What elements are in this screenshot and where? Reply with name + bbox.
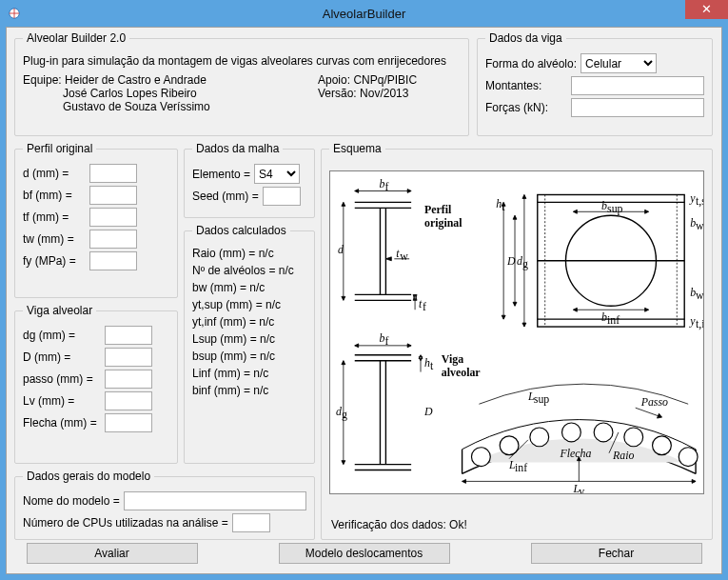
forma-select[interactable]: Celular — [580, 53, 657, 73]
svg-text:t,sup: t,sup — [696, 194, 703, 208]
versao-value: Nov/2013 — [360, 87, 408, 100]
modelo-button[interactable]: Modelo deslocamentos — [279, 543, 450, 564]
svg-text:t: t — [430, 359, 434, 372]
tf-label: tf (mm) = — [23, 210, 86, 224]
forcas-input[interactable] — [571, 98, 704, 117]
dados-gerais-legend: Dados gerais do modelo — [23, 470, 154, 483]
versao-label: Versão: — [318, 87, 357, 100]
d-input[interactable] — [89, 164, 137, 183]
esquema-group: Esquema — [321, 142, 713, 540]
calc-raio: Raio (mm) = n/c — [192, 247, 306, 260]
Dmm-input[interactable] — [105, 348, 152, 367]
perfil-original-legend: Perfil original — [23, 142, 96, 155]
svg-text:Raio: Raio — [612, 449, 634, 462]
svg-text:Perfil: Perfil — [424, 203, 452, 216]
svg-text:d: d — [338, 243, 344, 256]
esquema-diagram: bf d tw tf Perfil original — [329, 170, 704, 494]
flecha-input[interactable] — [105, 413, 152, 432]
viga-alveolar-legend: Viga alveolar — [23, 304, 96, 317]
Lv-label: Lv (mm) = — [23, 394, 101, 408]
svg-text:t,inf: t,inf — [696, 317, 703, 330]
dg-label: dg (mm) = — [23, 329, 101, 342]
about-legend: Alveolar Builder 2.0 — [23, 31, 129, 45]
svg-point-71 — [530, 428, 549, 447]
svg-text:Viga: Viga — [442, 352, 463, 366]
svg-text:D: D — [506, 254, 516, 268]
calc-lsup: Lsup (mm) = n/c — [192, 332, 306, 346]
apoio-value: CNPq/PIBIC — [353, 73, 417, 87]
app-window: AlveolarBuilder ✕ Alveolar Builder 2.0 P… — [0, 0, 728, 580]
passo-input[interactable] — [105, 370, 152, 389]
svg-text:v: v — [579, 485, 584, 493]
dados-calculados-legend: Dados calculados — [192, 224, 290, 237]
svg-text:f: f — [423, 300, 426, 313]
dados-calculados-group: Dados calculados Raio (mm) = n/c Nº de a… — [184, 224, 315, 464]
fechar-button[interactable]: Fechar — [531, 543, 702, 564]
dg-input[interactable] — [105, 326, 152, 345]
forcas-label: Forças (kN): — [485, 101, 567, 114]
svg-text:f: f — [384, 180, 388, 193]
d-label: d (mm) = — [23, 167, 86, 180]
nome-input[interactable] — [124, 491, 306, 510]
equipe-label: Equipe: — [23, 73, 62, 87]
svg-text:y: y — [689, 191, 696, 205]
svg-text:y: y — [689, 314, 696, 328]
bf-label: bf (mm) = — [23, 189, 86, 202]
svg-point-75 — [653, 436, 672, 455]
close-button[interactable]: ✕ — [685, 0, 728, 19]
cpus-input[interactable] — [232, 513, 270, 532]
svg-text:f: f — [384, 334, 388, 348]
svg-text:original: original — [424, 216, 462, 230]
app-icon — [8, 7, 21, 20]
esquema-legend: Esquema — [329, 142, 385, 155]
svg-point-69 — [471, 448, 490, 467]
avaliar-button[interactable]: Avaliar — [27, 543, 198, 564]
equipe-3: Gustavo de Souza Veríssimo — [23, 100, 318, 113]
tw-input[interactable] — [89, 230, 137, 249]
perfil-original-group: Perfil original d (mm) = bf (mm) = tf (m… — [14, 142, 178, 298]
dados-malha-legend: Dados da malha — [192, 142, 283, 155]
calc-bsup: bsup (mm) = n/c — [192, 350, 306, 363]
montantes-input[interactable] — [571, 76, 704, 95]
svg-text:inf: inf — [607, 313, 620, 327]
svg-point-72 — [562, 423, 581, 442]
fy-label: fy (MPa) = — [23, 254, 86, 268]
passo-label: passo (mm) = — [23, 372, 101, 386]
seed-label: Seed (mm) = — [192, 190, 259, 203]
equipe-2: José Carlos Lopes Ribeiro — [23, 87, 318, 100]
dados-viga-legend: Dados da viga — [485, 31, 566, 45]
dados-viga-group: Dados da viga Forma do alvéolo: Celular … — [477, 31, 713, 136]
cpus-label: Número de CPUs utilizadas na análise = — [23, 516, 228, 530]
bf-input[interactable] — [89, 186, 137, 205]
calc-bw: bw (mm) = n/c — [192, 281, 306, 294]
about-desc: Plug-in para simulação da montagem de vi… — [23, 54, 461, 68]
calc-binf: binf (mm) = n/c — [192, 384, 306, 397]
window-title: AlveolarBuilder — [323, 7, 405, 21]
nome-label: Nome do modelo = — [23, 494, 120, 508]
dados-malha-group: Dados da malha Elemento = S4 Seed (mm) = — [184, 142, 315, 218]
elemento-select[interactable]: S4 — [254, 164, 300, 184]
svg-point-74 — [624, 428, 643, 447]
equipe-1: Heider de Castro e Andrade — [65, 73, 207, 87]
svg-text:sup: sup — [607, 202, 623, 215]
montantes-label: Montantes: — [485, 79, 567, 92]
titlebar: AlveolarBuilder ✕ — [0, 0, 728, 27]
tw-label: tw (mm) = — [23, 232, 86, 246]
Lv-input[interactable] — [105, 391, 152, 410]
viga-alveolar-group: Viga alveolar dg (mm) = D (mm) = passo (… — [14, 304, 178, 464]
about-group: Alveolar Builder 2.0 Plug-in para simula… — [14, 31, 469, 136]
calc-linf: Linf (mm) = n/c — [192, 367, 306, 380]
svg-text:w: w — [400, 250, 408, 263]
seed-input[interactable] — [263, 187, 301, 206]
fy-input[interactable] — [89, 251, 137, 270]
svg-text:g: g — [342, 408, 347, 421]
svg-text:sup: sup — [534, 392, 550, 406]
svg-text:t: t — [502, 200, 505, 213]
tf-input[interactable] — [89, 208, 137, 227]
svg-point-76 — [679, 448, 698, 467]
svg-text:D: D — [423, 405, 433, 418]
forma-label: Forma do alvéolo: — [485, 57, 577, 70]
client-area: Alveolar Builder 2.0 Plug-in para simula… — [6, 27, 722, 574]
calc-ytsup: yt,sup (mm) = n/c — [192, 298, 306, 311]
flecha-label: Flecha (mm) = — [23, 416, 101, 430]
